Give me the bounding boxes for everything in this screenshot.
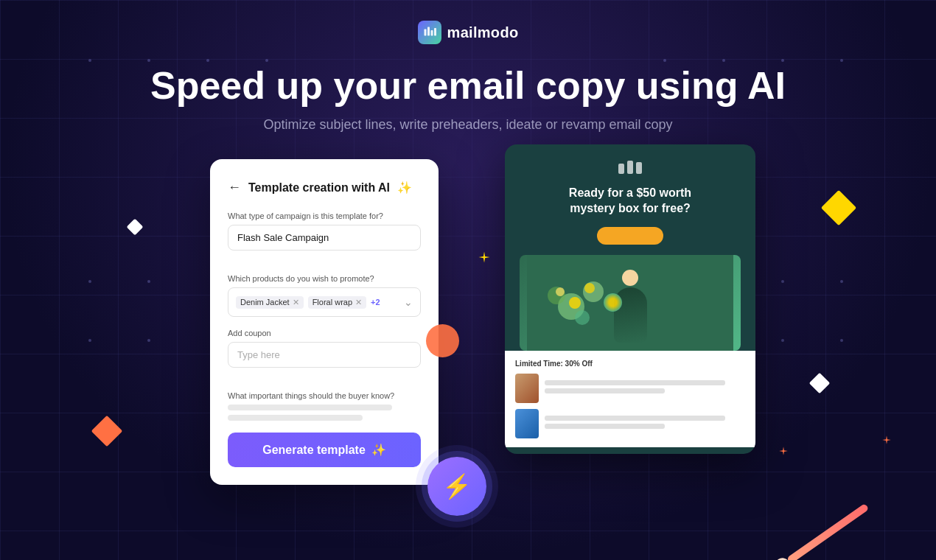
- campaign-type-input[interactable]: [228, 225, 421, 251]
- sparkle-icon: ✨: [397, 181, 412, 195]
- hero-title: Speed up your email copy using AI: [150, 65, 786, 107]
- email-cta-button[interactable]: [597, 227, 663, 245]
- tag-denim-jacket[interactable]: Denim Jacket ✕: [236, 296, 304, 309]
- email-headline: Ready for a $50 worthmystery box for fre…: [520, 186, 741, 217]
- email-bottom-section: Limited Time: 30% Off: [505, 351, 755, 447]
- buyer-info-group: What important things should the buyer k…: [228, 391, 421, 421]
- svg-rect-5: [627, 161, 633, 174]
- coupon-label: Add coupon: [228, 329, 421, 337]
- generate-button-icon: ✨: [371, 443, 386, 457]
- svg-rect-6: [636, 162, 642, 174]
- lightning-circle: ⚡: [427, 457, 486, 516]
- svg-point-14: [584, 283, 595, 293]
- email-preview-panel: Ready for a $50 worthmystery box for fre…: [505, 144, 755, 454]
- coupon-input[interactable]: [228, 342, 421, 368]
- product-info-1: [545, 380, 745, 396]
- svg-rect-0: [424, 29, 426, 36]
- skeleton-line-1: [228, 405, 392, 410]
- svg-rect-4: [618, 164, 624, 174]
- svg-point-12: [569, 297, 581, 309]
- generate-button-label: Generate template: [262, 444, 366, 457]
- yellow-sparkle-1: [478, 251, 491, 267]
- product-row-1: [515, 374, 745, 403]
- product-info-2: [545, 416, 745, 432]
- orange-sparkle-1: [778, 446, 789, 459]
- tag-denim-jacket-close[interactable]: ✕: [293, 298, 299, 307]
- product-thumb-2: [515, 409, 539, 438]
- orange-blob-decoration: [426, 324, 459, 357]
- campaign-type-label: What type of campaign is this template f…: [228, 211, 421, 220]
- email-panel-inner: Ready for a $50 worthmystery box for fre…: [505, 144, 755, 351]
- orange-sparkle-2: [881, 435, 892, 448]
- product-rows: [515, 374, 745, 438]
- svg-rect-3: [434, 28, 436, 36]
- dropdown-chevron[interactable]: ⌄: [404, 296, 413, 308]
- svg-point-13: [556, 287, 565, 296]
- buyer-info-skeleton: [228, 405, 421, 421]
- skeleton-line-2: [228, 415, 363, 421]
- product-info-line-3: [545, 416, 725, 421]
- hero-subtitle: Optimize subject lines, write preheaders…: [263, 117, 672, 133]
- tag-more: +2: [371, 298, 380, 307]
- email-logo: [520, 159, 741, 175]
- brand-name: mailmodo: [447, 24, 519, 41]
- coupon-group: Add coupon: [228, 329, 421, 379]
- header: mailmodo: [418, 21, 519, 44]
- lightning-bolt-icon: ⚡: [442, 472, 472, 500]
- panels-wrapper: ← Template creation with AI ✨ What type …: [210, 159, 726, 485]
- product-info-line-4: [545, 424, 665, 429]
- panel-title: Template creation with AI: [248, 181, 390, 195]
- svg-rect-2: [430, 30, 433, 36]
- form-panel: ← Template creation with AI ✨ What type …: [210, 159, 439, 485]
- products-group: Which products do you wish to promote? D…: [228, 274, 421, 317]
- product-row-2: [515, 409, 745, 438]
- product-thumb-1: [515, 374, 539, 403]
- panel-header: ← Template creation with AI ✨: [228, 180, 421, 195]
- svg-rect-1: [427, 27, 430, 36]
- generate-button[interactable]: Generate template ✨: [228, 433, 421, 467]
- email-product-image: [520, 255, 741, 351]
- products-label: Which products do you wish to promote?: [228, 274, 421, 283]
- tag-floral-wrap-close[interactable]: ✕: [355, 298, 362, 307]
- product-info-line-1: [545, 380, 725, 385]
- tag-denim-jacket-label: Denim Jacket: [240, 298, 290, 307]
- tag-floral-wrap-label: Floral wrap: [312, 298, 352, 307]
- buyer-info-label: What important things should the buyer k…: [228, 391, 421, 400]
- products-input[interactable]: Denim Jacket ✕ Floral wrap ✕ +2 ⌄: [228, 287, 421, 317]
- product-info-line-2: [545, 388, 665, 393]
- limited-time-text: Limited Time: 30% Off: [515, 360, 745, 368]
- back-button[interactable]: ←: [228, 180, 241, 195]
- svg-point-11: [575, 310, 590, 325]
- campaign-type-group: What type of campaign is this template f…: [228, 211, 421, 262]
- tag-floral-wrap[interactable]: Floral wrap ✕: [308, 296, 366, 309]
- logo-icon: [418, 21, 441, 44]
